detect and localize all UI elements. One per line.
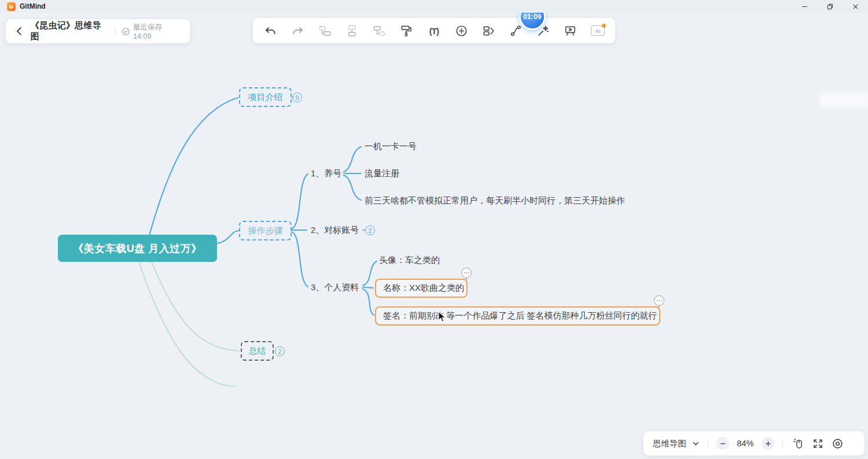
main-toolbar: (T) AI (253, 18, 615, 43)
node-step1[interactable]: 1、养号 (311, 168, 341, 179)
chevron-down-icon[interactable] (692, 440, 700, 447)
node-step3-child3[interactable]: 签名：前期别改 等一个作品爆了之后 签名模仿那种几万粉丝同行的就行 (375, 306, 660, 325)
collapsed-count-badge-project[interactable]: 9 (292, 92, 302, 102)
collapsed-count-badge-step2[interactable]: 2 (365, 225, 375, 235)
bar-divider (708, 438, 708, 449)
ai-notification-dot (602, 24, 606, 28)
node-summary[interactable]: 总结 (241, 341, 274, 361)
mindmap-root-node[interactable]: 《美女车载U盘 月入过万》 (58, 235, 217, 262)
app-title: GitMind (20, 2, 46, 10)
zoom-in-button[interactable] (762, 437, 774, 450)
document-header: 《昆虫记》思维导图 最近保存 14:09 (6, 19, 190, 43)
layout-mode-dropdown[interactable]: 思维导图 (653, 438, 686, 449)
collapsed-count-badge-summary[interactable]: 2 (275, 346, 285, 356)
mindmap-connectors (0, 0, 868, 459)
summary-icon[interactable] (481, 23, 496, 38)
node-step1-child1[interactable]: 一机一卡一号 (365, 140, 417, 152)
bar-divider (782, 438, 783, 449)
save-status: 最近保存 14:09 (122, 23, 182, 40)
minimize-button[interactable] (792, 0, 817, 13)
timer-value: 01:09 (523, 13, 542, 21)
saved-check-icon (122, 27, 130, 36)
node-step3-child2-label: 名称：XX歌曲之类的 (383, 283, 464, 294)
ai-assistant-label: AI (595, 28, 601, 34)
node-step3-child2[interactable]: 名称：XX歌曲之类的 (375, 279, 468, 298)
window-titlebar: GitMind (0, 0, 868, 13)
format-painter-icon[interactable] (399, 23, 414, 38)
save-status-text: 最近保存 14:09 (133, 23, 182, 40)
relation-line-icon[interactable] (508, 23, 523, 38)
redo-icon[interactable] (290, 23, 305, 38)
node-project-intro[interactable]: 项目介绍 (239, 87, 292, 107)
node-step3-child1[interactable]: 头像：车之类的 (379, 254, 440, 266)
floating-panel-ghost (819, 92, 868, 109)
text-tool-icon[interactable]: (T) (426, 23, 442, 38)
more-options-badge-signature-node[interactable] (654, 295, 664, 306)
more-options-badge-name-node[interactable] (461, 268, 472, 278)
zoom-out-button[interactable] (716, 437, 729, 450)
fit-screen-icon[interactable] (811, 436, 825, 450)
view-controls-bar: 思维导图 84% (643, 431, 865, 456)
insert-topic-icon[interactable] (454, 23, 469, 38)
mouse-cursor (438, 311, 447, 326)
node-step1-child2[interactable]: 流量注册 (365, 168, 399, 179)
document-title[interactable]: 《昆虫记》思维导图 (31, 20, 109, 42)
insert-child-node-icon[interactable] (372, 23, 387, 38)
node-step2[interactable]: 2、对标账号 (311, 224, 359, 236)
close-button[interactable] (843, 0, 868, 13)
node-step3[interactable]: 3、个人资料 (311, 282, 359, 293)
zoom-level: 84% (735, 439, 756, 448)
back-button[interactable] (14, 25, 25, 37)
header-divider (115, 27, 116, 36)
insert-sibling-node-icon[interactable] (317, 23, 332, 38)
presentation-icon[interactable] (563, 23, 578, 38)
node-operation-steps[interactable]: 操作步骤 (239, 221, 292, 240)
text-tool-label: (T) (429, 26, 439, 36)
mouse-mode-icon[interactable] (791, 436, 805, 450)
undo-icon[interactable] (263, 23, 278, 38)
presentation-view-eye-icon[interactable] (830, 436, 844, 450)
insert-parent-node-icon[interactable] (344, 23, 359, 38)
gitmind-logo-icon (7, 2, 16, 11)
node-step1-child3[interactable]: 前三天啥都不管模拟正常用户，每天刷半小时同行，第三天开始操作 (365, 195, 625, 206)
node-step3-child3-label: 签名：前期别改 等一个作品爆了之后 签名模仿那种几万粉丝同行的就行 (383, 310, 657, 321)
restore-button[interactable] (817, 0, 843, 13)
ai-assistant-button[interactable]: AI (590, 23, 605, 38)
